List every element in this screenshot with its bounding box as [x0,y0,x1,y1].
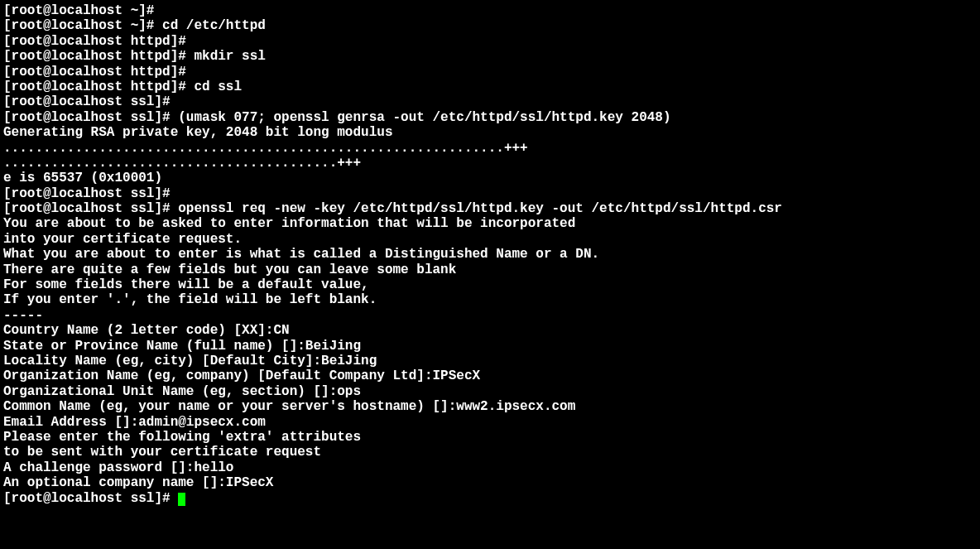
terminal-line: An optional company name []:IPSecX [3,475,977,490]
terminal-line: into your certificate request. [3,232,977,247]
terminal-line: ........................................… [3,156,977,171]
terminal-line: Country Name (2 letter code) [XX]:CN [3,323,977,338]
terminal-line: State or Province Name (full name) []:Be… [3,339,977,354]
terminal-line: [root@localhost ssl]# (umask 077; openss… [3,110,977,125]
terminal-line: [root@localhost ~]# [3,3,977,18]
terminal-line: [root@localhost httpd]# [3,65,977,79]
terminal-line: [root@localhost ~]# cd /etc/httpd [3,18,977,33]
terminal-line: ........................................… [3,141,977,156]
terminal-line: [root@localhost httpd]# cd ssl [3,79,977,94]
terminal-line: You are about to be asked to enter infor… [3,216,977,231]
terminal-line: A challenge password []:hello [3,460,977,475]
terminal-line: [root@localhost ssl]# openssl req -new -… [3,201,977,216]
terminal-line: [root@localhost ssl]# [3,186,977,201]
terminal-line: Organizational Unit Name (eg, section) [… [3,384,977,399]
terminal-line: Generating RSA private key, 2048 bit lon… [3,125,977,140]
terminal-line: For some fields there will be a default … [3,277,977,292]
terminal-window[interactable]: [root@localhost ~]#[root@localhost ~]# c… [0,0,980,509]
terminal-line: Organization Name (eg, company) [Default… [3,368,977,383]
terminal-line: ----- [3,308,977,323]
terminal-line: e is 65537 (0x10001) [3,171,977,185]
terminal-line: Email Address []:admin@ipsecx.com [3,415,977,430]
cursor-icon [178,493,185,506]
terminal-line: to be sent with your certificate request [3,445,977,460]
terminal-line: [root@localhost ssl]# [3,491,977,506]
terminal-line: There are quite a few fields but you can… [3,262,977,277]
terminal-line: What you are about to enter is what is c… [3,247,977,262]
terminal-line: [root@localhost ssl]# [3,94,977,109]
terminal-line: [root@localhost httpd]# mkdir ssl [3,49,977,64]
terminal-line: Please enter the following 'extra' attri… [3,430,977,445]
terminal-line: [root@localhost httpd]# [3,34,977,49]
terminal-line: If you enter '.', the field will be left… [3,292,977,307]
terminal-line: Common Name (eg, your name or your serve… [3,399,977,414]
terminal-line: Locality Name (eg, city) [Default City]:… [3,354,977,368]
